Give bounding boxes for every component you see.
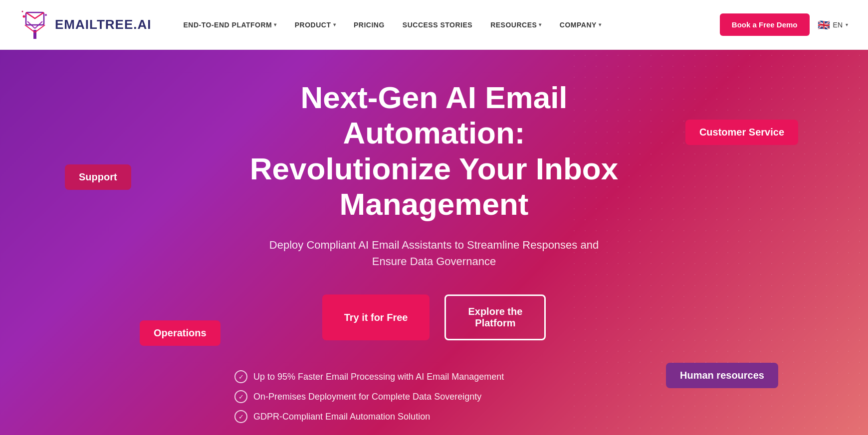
chevron-down-icon: ▾ (539, 22, 542, 27)
language-selector[interactable]: 🇬🇧 EN ▾ (818, 19, 848, 31)
lang-label: EN (833, 21, 843, 29)
nav-item-pricing[interactable]: PRICING (347, 17, 392, 33)
hero-buttons: Try it for Free Explore the Platform (234, 294, 634, 340)
svg-point-6 (23, 15, 25, 17)
explore-platform-line1: Explore the (468, 306, 522, 317)
nav-label-success-stories: SUCCESS STORIES (403, 21, 472, 29)
flag-icon: 🇬🇧 (818, 19, 830, 31)
logo-text: EMAILTREE.AI (55, 17, 152, 32)
feature-item-2: ✓ On-Premises Deployment for Complete Da… (234, 390, 481, 403)
chevron-down-icon: ▾ (846, 22, 848, 27)
svg-point-8 (22, 10, 23, 12)
navbar: EMAILTREE.AI END-TO-END PLATFORM ▾ PRODU… (0, 0, 868, 50)
chevron-down-icon: ▾ (599, 22, 602, 27)
check-circle-icon: ✓ (234, 410, 247, 423)
feature-item-3: ✓ GDPR-Compliant Email Automation Soluti… (234, 410, 430, 423)
hero-subtitle: Deploy Compliant AI Email Assistants to … (259, 237, 609, 270)
nav-item-success-stories[interactable]: SUCCESS STORIES (396, 17, 479, 33)
nav-label-resources: RESOURCES (490, 21, 537, 29)
badge-support: Support (65, 164, 131, 190)
nav-item-product[interactable]: PRODUCT ▾ (288, 17, 343, 33)
nav-label-company: COMPANY (560, 21, 597, 29)
feature-text-3: GDPR-Compliant Email Automation Solution (253, 412, 430, 422)
feature-item-1: ✓ Up to 95% Faster Email Processing with… (234, 370, 504, 383)
svg-line-2 (35, 25, 45, 32)
nav-label-pricing: PRICING (354, 21, 385, 29)
feature-text-2: On-Premises Deployment for Complete Data… (253, 392, 481, 402)
check-circle-icon: ✓ (234, 370, 247, 383)
nav-item-platform[interactable]: END-TO-END PLATFORM ▾ (177, 17, 284, 33)
badge-customer-service: Customer Service (685, 120, 798, 145)
nav-right: Book a Free Demo 🇬🇧 EN ▾ (720, 13, 848, 36)
chevron-down-icon: ▾ (333, 22, 336, 27)
try-free-button[interactable]: Try it for Free (322, 294, 430, 340)
explore-platform-line2: Platform (475, 317, 515, 328)
svg-point-7 (45, 14, 47, 16)
nav-item-resources[interactable]: RESOURCES ▾ (483, 17, 549, 33)
hero-title-line3: Management (340, 187, 529, 221)
hero-title: Next-Gen AI Email Automation: Revolution… (234, 80, 634, 222)
badge-operations: Operations (140, 320, 220, 346)
nav-item-company[interactable]: COMPANY ▾ (553, 17, 609, 33)
book-demo-button[interactable]: Book a Free Demo (720, 13, 810, 36)
features-list: ✓ Up to 95% Faster Email Processing with… (234, 370, 634, 423)
check-circle-icon: ✓ (234, 390, 247, 403)
badge-human-resources: Human resources (666, 363, 778, 388)
logo-icon (20, 7, 50, 42)
nav-label-product: PRODUCT (295, 21, 331, 29)
hero-title-line2: Revolutionize Your Inbox (250, 151, 618, 186)
hero-content: Next-Gen AI Email Automation: Revolution… (234, 80, 634, 423)
svg-line-1 (25, 25, 35, 32)
explore-platform-button[interactable]: Explore the Platform (444, 294, 546, 340)
nav-links: END-TO-END PLATFORM ▾ PRODUCT ▾ PRICING … (177, 17, 720, 33)
logo-area[interactable]: EMAILTREE.AI (20, 7, 152, 42)
hero-section: Support Customer Service Operations Huma… (0, 50, 868, 435)
nav-label-platform: END-TO-END PLATFORM (184, 21, 272, 29)
chevron-down-icon: ▾ (274, 22, 277, 27)
hero-title-line1: Next-Gen AI Email Automation: (300, 80, 567, 150)
feature-text-1: Up to 95% Faster Email Processing with A… (253, 372, 504, 382)
